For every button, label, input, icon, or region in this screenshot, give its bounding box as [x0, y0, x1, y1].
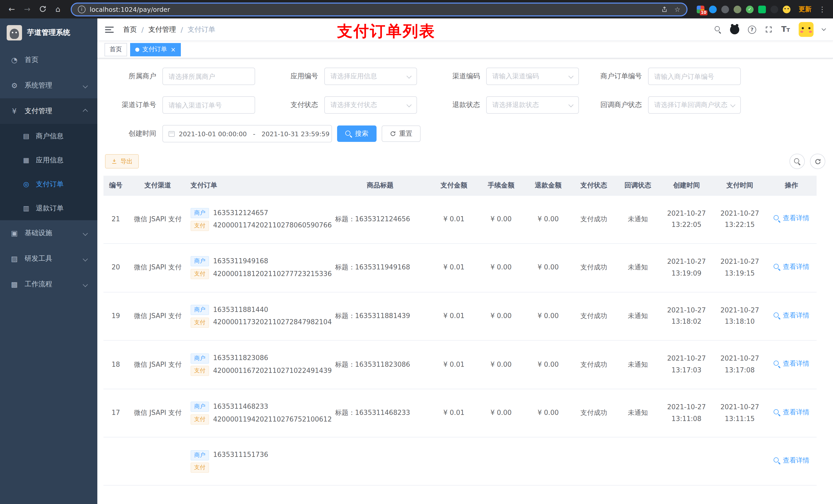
- refund-amount: ¥ 0.00: [525, 292, 572, 340]
- filter-buttons: 搜索 重置: [337, 125, 421, 142]
- search-icon[interactable]: [715, 26, 721, 33]
- extension-icon[interactable]: ✓: [746, 5, 754, 13]
- view-detail-link[interactable]: 查看详情: [774, 262, 809, 272]
- back-icon[interactable]: ←: [5, 3, 19, 16]
- table-row: 17 微信 JSAPI 支付 商户 1635311468233 支付: [103, 389, 817, 437]
- export-button[interactable]: 导出: [105, 154, 139, 169]
- column-header: 手续金额: [477, 176, 525, 195]
- fee-amount: ¥ 0.00: [477, 292, 525, 340]
- merchant-input[interactable]: [162, 68, 255, 85]
- reload-icon[interactable]: [36, 3, 49, 16]
- sidebar-item-infra[interactable]: ▣ 基础设施: [0, 220, 97, 246]
- merchant-order-no-field[interactable]: [654, 72, 735, 80]
- pay-tag: 支付: [191, 414, 209, 425]
- refund-status-select[interactable]: 请选择退款状态: [486, 96, 579, 114]
- merchant-order-no-input[interactable]: [648, 68, 741, 85]
- sidebar-item-home[interactable]: ◔ 首页: [0, 47, 97, 73]
- active-dot-icon: [135, 47, 139, 51]
- chevron-down-icon: [406, 73, 412, 79]
- pay-amount: ¥ 0.01: [430, 389, 477, 437]
- pay-order-cell: 商户 1635312124657 支付 42000011742021102780…: [188, 195, 330, 243]
- show-search-icon-button[interactable]: [789, 154, 805, 169]
- date-range-picker[interactable]: 2021-10-01 00:00:00 - 2021-10-31 23:59:5…: [162, 125, 332, 142]
- payment-submenu: ▤ 商户信息 ▦ 应用信息 ◎ 支付订单 ▥ 退款订单: [0, 124, 97, 220]
- refresh-icon-button[interactable]: [810, 154, 825, 169]
- extension-icon[interactable]: [758, 5, 766, 13]
- tab-home[interactable]: 首页: [104, 43, 127, 56]
- sidebar-item-refund-order[interactable]: ▥ 退款订单: [0, 196, 97, 220]
- breadcrumb: 首页 / 支付管理 / 支付订单: [123, 25, 215, 34]
- extensions-area: 10 ✓: [694, 5, 793, 13]
- browser-menu-icon[interactable]: ⋮: [817, 5, 828, 13]
- extension-icon[interactable]: [734, 5, 741, 13]
- pay-order-cell: 商户 1635311151736 支付: [188, 437, 330, 485]
- sidebar-item-workflow[interactable]: ▩ 工作流程: [0, 271, 97, 297]
- chrome-update-button[interactable]: 更新: [795, 5, 814, 14]
- app-id-select[interactable]: 请选择应用信息: [324, 68, 417, 85]
- bookmark-star-icon[interactable]: ☆: [674, 5, 680, 13]
- github-icon[interactable]: [730, 25, 739, 34]
- channel-order-no-input[interactable]: [162, 96, 255, 114]
- chevron-down-icon[interactable]: [822, 27, 826, 31]
- breadcrumb-payment[interactable]: 支付管理: [148, 25, 176, 34]
- sidebar-item-pay-order[interactable]: ◎ 支付订单: [0, 172, 97, 196]
- pay-channel: [128, 437, 188, 485]
- user-avatar[interactable]: [799, 22, 813, 37]
- fullscreen-icon[interactable]: [765, 26, 772, 33]
- callback-status-select[interactable]: 请选择订单回调商户状态: [648, 96, 741, 114]
- pay-order-cell: 商户 1635311468233 支付 42000011942021102767…: [188, 389, 330, 437]
- channel-code-select[interactable]: 请输入渠道编码: [486, 68, 579, 85]
- hamburger-icon[interactable]: [105, 25, 114, 34]
- sidebar-item-payment[interactable]: ¥ 支付管理: [0, 98, 97, 124]
- close-icon[interactable]: ×: [171, 46, 176, 53]
- sidebar-item-app-info[interactable]: ▦ 应用信息: [0, 148, 97, 172]
- home-icon[interactable]: ⌂: [51, 3, 65, 16]
- share-icon[interactable]: [661, 5, 668, 13]
- font-size-icon[interactable]: TT: [781, 26, 790, 33]
- pay-status-select[interactable]: 请选择支付状态: [324, 96, 417, 114]
- target-icon: ◎: [22, 180, 30, 188]
- sidebar-item-system[interactable]: ⚙ 系统管理: [0, 73, 97, 98]
- reset-button[interactable]: 重置: [382, 125, 421, 142]
- view-detail-link[interactable]: 查看详情: [774, 213, 809, 224]
- pay-tag: 支付: [191, 317, 209, 328]
- view-detail-link[interactable]: 查看详情: [774, 359, 809, 369]
- column-header: 支付时间: [713, 176, 766, 195]
- view-detail-link[interactable]: 查看详情: [774, 407, 809, 418]
- chevron-down-icon: [83, 83, 88, 88]
- extension-badge: 10: [700, 10, 708, 15]
- pay-status: [572, 437, 616, 485]
- extension-icon[interactable]: [770, 5, 778, 13]
- pay-time: [713, 437, 766, 485]
- merchant-input-field[interactable]: [169, 72, 249, 80]
- search-icon: [774, 409, 780, 416]
- extension-icon[interactable]: [721, 5, 729, 13]
- card-icon: ▤: [22, 132, 30, 140]
- table-header-row: 编号支付渠道支付订单商品标题支付金额手续金额退款金额支付状态回调状态创建时间支付…: [103, 176, 817, 195]
- search-button[interactable]: 搜索: [337, 125, 377, 142]
- toolbox-icon: ▨: [10, 255, 19, 263]
- refund-amount: ¥ 0.00: [525, 341, 572, 389]
- help-icon[interactable]: ?: [748, 25, 756, 33]
- view-detail-link[interactable]: 查看详情: [774, 455, 809, 466]
- address-bar[interactable]: i localhost:1024/pay/order ☆: [71, 2, 688, 16]
- date-start[interactable]: 2021-10-01 00:00:00: [179, 130, 247, 138]
- view-detail-link[interactable]: 查看详情: [774, 310, 809, 321]
- profile-avatar-icon[interactable]: [783, 5, 790, 13]
- browser-toolbar: ← → ⌂ i localhost:1024/pay/order ☆ 10 ✓: [0, 0, 833, 19]
- site-info-icon[interactable]: i: [78, 5, 86, 13]
- extension-icon[interactable]: [709, 5, 717, 13]
- url-text[interactable]: localhost:1024/pay/order: [90, 5, 170, 13]
- callback-status: 未通知: [616, 195, 660, 243]
- extension-icon[interactable]: 10: [697, 5, 705, 13]
- tab-pay-order[interactable]: 支付订单 ×: [130, 43, 181, 56]
- forward-icon[interactable]: →: [21, 3, 34, 16]
- screen: ← → ⌂ i localhost:1024/pay/order ☆ 10 ✓: [0, 0, 833, 504]
- fee-amount: ¥ 0.00: [477, 389, 525, 437]
- date-end[interactable]: 2021-10-31 23:59:59: [262, 130, 330, 138]
- channel-order-no-field[interactable]: [169, 101, 249, 109]
- sidebar-item-dev-tools[interactable]: ▨ 研发工具: [0, 246, 97, 271]
- search-icon: [774, 264, 780, 270]
- sidebar-item-merchant-info[interactable]: ▤ 商户信息: [0, 124, 97, 148]
- breadcrumb-home[interactable]: 首页: [123, 25, 137, 34]
